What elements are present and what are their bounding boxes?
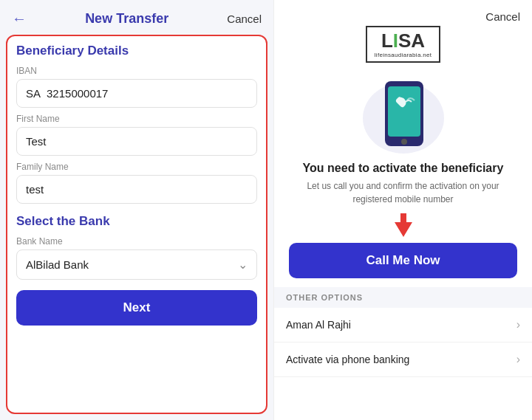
bank-name-label: Bank Name [16, 236, 257, 247]
svg-point-3 [401, 139, 407, 145]
option-phone-banking-label: Activate via phone banking [286, 354, 409, 365]
logo-i: I [393, 30, 398, 52]
logo-l: L [381, 30, 393, 52]
first-name-label: First Name [16, 114, 257, 124]
right-header: Cancel [274, 0, 532, 23]
iban-value: 3215000017 [47, 87, 108, 100]
activate-description: Let us call you and confirm the activati… [289, 179, 517, 206]
iban-field[interactable]: SA 3215000017 [16, 79, 257, 108]
iban-prefix: SA [26, 87, 41, 100]
family-name-label: Family Name [16, 162, 257, 172]
chevron-right-icon-2: › [516, 353, 520, 366]
page-title: New Transfer [85, 11, 168, 27]
right-content: LISA lifeinsaudiarabia.net [274, 23, 532, 420]
arrow-down-icon [393, 213, 414, 237]
activate-title: You need to activate the beneficiary [289, 162, 517, 175]
logo-a: A [411, 30, 425, 52]
option-aman-alrajhi-label: Aman Al Rajhi [286, 319, 351, 331]
right-panel: Cancel LISA lifeinsaudiarabia.net [273, 0, 532, 420]
chevron-right-icon-1: › [516, 318, 520, 331]
back-button[interactable]: ← [12, 10, 27, 27]
left-panel: ← New Transfer Cancel Beneficiary Detail… [0, 0, 273, 420]
call-me-now-button[interactable]: Call Me Now [289, 243, 517, 278]
left-form-container: Beneficiary Details IBAN SA 3215000017 F… [6, 35, 267, 414]
logo-s: S [398, 30, 411, 52]
left-header: ← New Transfer Cancel [0, 0, 273, 35]
logo-area: LISA lifeinsaudiarabia.net [274, 23, 532, 63]
cancel-button-right[interactable]: Cancel [485, 10, 520, 23]
first-name-input[interactable] [16, 127, 257, 156]
other-options-label: OTHER OPTIONS [274, 287, 532, 308]
activate-section: You need to activate the beneficiary Let… [274, 162, 532, 287]
logo-subtitle: lifeinsaudiarabia.net [375, 52, 432, 58]
beneficiary-section-title: Beneficiary Details [16, 44, 257, 58]
cancel-button-left[interactable]: Cancel [227, 13, 262, 25]
bank-section-title: Select the Bank [16, 214, 257, 229]
chevron-down-icon: ⌄ [238, 258, 248, 272]
phone-illustration [274, 63, 532, 162]
family-name-input[interactable] [16, 175, 257, 204]
svg-rect-2 [388, 86, 420, 137]
phone-svg [355, 70, 451, 159]
arrow-down-container [289, 213, 517, 237]
svg-rect-5 [400, 213, 406, 224]
option-phone-banking[interactable]: Activate via phone banking › [274, 342, 532, 377]
option-aman-alrajhi[interactable]: Aman Al Rajhi › [274, 308, 532, 342]
bank-select[interactable]: AlBilad Bank ⌄ [16, 249, 257, 280]
bank-name-value: AlBilad Bank [26, 258, 89, 271]
next-button[interactable]: Next [16, 290, 257, 326]
svg-marker-4 [395, 222, 412, 237]
iban-label: IBAN [16, 66, 257, 76]
